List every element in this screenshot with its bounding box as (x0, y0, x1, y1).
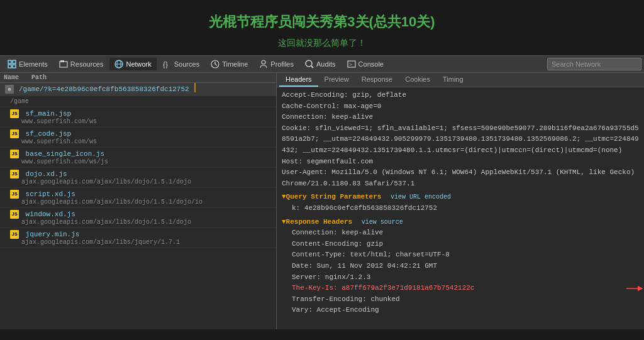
svg-line-15 (311, 66, 313, 68)
file-name-script: script.xd.js (26, 190, 75, 198)
console-icon: >_ (347, 60, 356, 69)
file-url-sf-code: www.superfish.com/ws (21, 138, 271, 145)
file-url-jquery: ajax.googleapis.com/ajax/libs/jquery/1.7… (21, 239, 271, 246)
file-item-sf-main[interactable]: JS sf_main.jsp www.superfish.com/ws (0, 107, 276, 128)
file-url-window: ajax.googleapis.com/ajax/libs/dojo/1.5.1… (21, 219, 271, 226)
resp-the-key-is: The-Key-Is: a87ff679a2f3e71d9181a67b7542… (292, 283, 639, 294)
file-name-dojo: dojo.xd.js (26, 170, 67, 178)
response-headers-section: ▼Response Headers view source (282, 217, 639, 228)
response-headers-content: Connection: keep-alive Content-Encoding:… (282, 228, 639, 316)
tab-audits-label: Audits (316, 60, 336, 68)
resources-icon (59, 60, 68, 69)
header-host: Host: segmentfault.com (282, 156, 639, 168)
tab-timing[interactable]: Timing (436, 73, 470, 87)
file-url-script: ajax.googleapis.com/ajax/libs/dojo/1.5.1… (21, 199, 271, 206)
right-content: Accept-Encoding: gzip, deflate Cache-Con… (277, 87, 644, 329)
game-icon: ◎ (5, 85, 14, 94)
tab-preview[interactable]: Preview (318, 73, 355, 87)
right-panel: Headers Preview Response Cookies Timing … (277, 73, 644, 329)
svg-rect-3 (13, 65, 16, 68)
header-cache-control: Cache-Control: max-age=0 (282, 101, 639, 112)
timeline-icon (211, 60, 219, 69)
file-url-base-single: www.superfish.com/ws/js (21, 158, 271, 165)
tab-audits[interactable]: Audits (300, 58, 341, 70)
search-network-input[interactable] (547, 58, 641, 70)
file-item-game-sub[interactable]: /game (0, 96, 276, 107)
file-item-jquery[interactable]: JS jquery.min.js ajax.googleapis.com/aja… (0, 228, 276, 248)
tab-network[interactable]: Network (109, 58, 156, 70)
query-params-title: ▼Query String Parameters (282, 193, 381, 200)
file-name-sf-main: sf_main.jsp (26, 110, 72, 118)
file-item-script[interactable]: JS script.xd.js ajax.googleapis.com/ajax… (0, 188, 276, 208)
file-item-dojo[interactable]: JS dojo.xd.js ajax.googleapis.com/ajax/l… (0, 168, 276, 188)
svg-rect-4 (60, 62, 67, 67)
response-headers-title: ▼Response Headers (282, 218, 352, 226)
file-name-base-single: base_single_icon.js (26, 150, 104, 158)
response-headers-link[interactable]: view source (362, 219, 403, 226)
resp-transfer-encoding: Transfer-Encoding: chunked (292, 294, 639, 305)
header-name: Name (4, 74, 19, 81)
js-icon-dojo: JS (10, 170, 19, 178)
resp-connection: Connection: keep-alive (292, 228, 639, 239)
query-params-content: k: 4e28b96c0efc8fb563858326fdc12752 (282, 203, 639, 214)
tab-elements[interactable]: Elements (3, 58, 53, 70)
header-path: Path (31, 74, 47, 81)
file-url-dojo: ajax.googleapis.com/ajax/libs/dojo/1.5.1… (21, 178, 271, 185)
resp-content-encoding: Content-Encoding: gzip (292, 239, 639, 250)
elements-icon (8, 60, 16, 69)
file-item-game[interactable]: ◎ /game/?k=4e28b96c0efc8fb563858326fdc12… (0, 83, 276, 96)
header-cookie: Cookie: sfln_viewed=1; sfln_available=1;… (282, 123, 639, 156)
file-item-sf-code[interactable]: JS sf_code.jsp www.superfish.com/ws (0, 128, 276, 148)
js-icon-jquery: JS (10, 230, 19, 239)
file-item-base-single[interactable]: JS base_single_icon.js www.superfish.com… (0, 148, 276, 168)
header-accept-encoding: Accept-Encoding: gzip, deflate (282, 90, 639, 101)
svg-point-14 (306, 60, 312, 67)
file-item-window[interactable]: JS window.xd.js ajax.googleapis.com/ajax… (0, 208, 276, 228)
file-name-sf-code: sf_code.jsp (26, 130, 72, 138)
devtools-toolbar: Elements Resources Network {} Sources Ti… (0, 55, 644, 73)
tab-cookies[interactable]: Cookies (399, 73, 436, 87)
header-user-agent: User-Agent: Mozilla/5.0 (Windows NT 6.1;… (282, 167, 639, 189)
tab-sources-label: Sources (174, 60, 199, 68)
resp-date: Date: Sun, 11 Nov 2012 04:42:21 GMT (292, 261, 639, 272)
svg-text:{}: {} (163, 60, 168, 69)
svg-text:>_: >_ (349, 62, 355, 67)
resp-vary: Vary: Accept-Encoding (292, 305, 639, 316)
tab-profiles[interactable]: Profiles (254, 58, 299, 70)
banner-subtitle: 这回就没那么简单了！ (0, 38, 644, 49)
file-url-game: /game (10, 98, 271, 105)
tab-network-label: Network (126, 60, 151, 68)
tab-headers[interactable]: Headers (279, 73, 318, 87)
js-icon-window: JS (10, 210, 19, 219)
file-url-sf-main: www.superfish.com/ws (21, 118, 271, 125)
file-name-window: window.xd.js (26, 211, 75, 218)
tab-response[interactable]: Response (355, 73, 399, 87)
tab-elements-label: Elements (19, 60, 48, 68)
network-icon (114, 60, 123, 69)
query-params-section: ▼Query String Parameters view URL encode… (282, 192, 639, 203)
tab-timeline[interactable]: Timeline (206, 58, 253, 70)
header-connection-req: Connection: keep-alive (282, 112, 639, 123)
svg-rect-1 (13, 60, 16, 63)
right-tabs: Headers Preview Response Cookies Timing (277, 73, 644, 87)
banner-title: 光棍节程序员闯关秀第3关(总共10关) (0, 13, 644, 31)
js-icon-base-single: JS (10, 150, 19, 158)
resp-content-type: Content-Type: text/html; charset=UTF-8 (292, 250, 639, 261)
panel-header: Name Path (0, 73, 276, 83)
file-name-jquery: jquery.min.js (26, 231, 80, 238)
js-icon-script: JS (10, 190, 19, 199)
svg-rect-5 (60, 60, 64, 62)
query-params-link[interactable]: view URL encoded (391, 194, 451, 200)
tab-resources-label: Resources (70, 60, 104, 68)
tab-sources[interactable]: {} Sources (158, 58, 204, 70)
tab-console[interactable]: >_ Console (342, 58, 389, 70)
banner: 光棍节程序员闯关秀第3关(总共10关) 这回就没那么简单了！ (0, 0, 644, 55)
red-arrow-annotation (626, 284, 644, 293)
audits-icon (305, 60, 314, 69)
profiles-icon (259, 60, 268, 69)
file-list[interactable]: ◎ /game/?k=4e28b96c0efc8fb563858326fdc12… (0, 83, 276, 329)
tab-resources[interactable]: Resources (54, 58, 109, 70)
js-icon-sf-code: JS (10, 129, 19, 138)
svg-rect-2 (8, 65, 11, 68)
tab-profiles-label: Profiles (270, 60, 294, 68)
